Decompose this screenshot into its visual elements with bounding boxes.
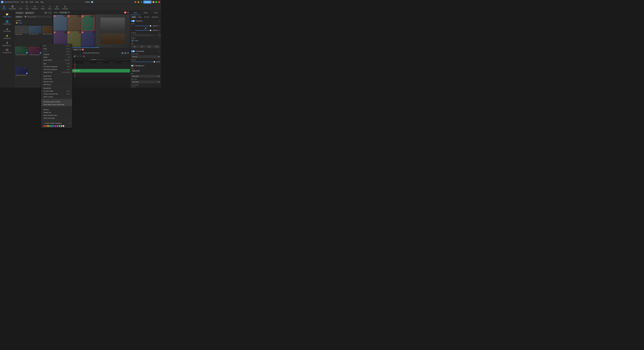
blur-style-select[interactable]: Basic Blur xyxy=(131,75,160,78)
cam-cell-1[interactable]: 1 🔗 ⊡ xyxy=(53,15,67,31)
toolbar-stickers[interactable]: ⊕ Stickers xyxy=(53,5,60,10)
volume-button[interactable]: 🔊 xyxy=(124,52,126,54)
transform-toggle[interactable] xyxy=(131,20,135,22)
toolbar-media[interactable]: ▤ Media xyxy=(1,5,7,10)
sub-tab-mask[interactable]: Mask xyxy=(137,16,142,18)
ctx-ripple-delete[interactable]: Ripple DeleteShift+Del xyxy=(41,58,72,62)
tab-video[interactable]: Video xyxy=(130,11,140,15)
list-item[interactable]: 00:00:15 ✓ 722880_Recording Po... xyxy=(15,67,28,87)
tl-delete[interactable]: 🗑 xyxy=(83,55,86,58)
cam-cell-3[interactable]: 3 🎙 ⊡ xyxy=(81,15,95,31)
cam-cell-2[interactable]: 2 🔗 ⊡ xyxy=(67,15,81,31)
toolbar-filters[interactable]: ⬡ Filters xyxy=(47,5,53,10)
list-item[interactable]: 00:00:10 ✓ 722866_Recording Po... xyxy=(42,26,53,46)
sidebar-item-compound-clip[interactable]: 🎞 Compound Clip xyxy=(0,48,14,54)
filter-button[interactable]: ⚙ xyxy=(44,12,48,14)
scale-lock-button[interactable]: 🔗 xyxy=(144,28,146,29)
tree-item-folder[interactable]: 📂 Folder xyxy=(15,22,52,24)
tab-color[interactable]: Color xyxy=(151,11,161,15)
ctx-effect-filter[interactable]: Effect&Filter› xyxy=(41,87,72,88)
transform-keyframe-icon[interactable]: ◇ xyxy=(159,20,160,22)
media-thumb-722880[interactable]: 00:00:15 ✓ xyxy=(15,67,28,74)
settings-button[interactable]: ⚙ xyxy=(127,52,129,54)
apply-to-all-button[interactable]: Apply to All xyxy=(131,70,140,72)
rotate-keyframe-icon[interactable]: ◇ xyxy=(159,37,160,39)
ctx-delete[interactable]: DeleteDel xyxy=(41,56,72,58)
user-icon[interactable]: 👤 xyxy=(140,1,142,3)
toolbar-effects[interactable]: ✦ Effects xyxy=(40,5,46,10)
scale-y-keyframe[interactable]: ◇ xyxy=(159,30,160,31)
tl-undo[interactable]: ↩ xyxy=(77,55,79,58)
audio-source-select[interactable]: Video 1 xyxy=(72,48,81,51)
preview-screen-icon[interactable]: 🖥 xyxy=(127,11,129,14)
quality-select[interactable]: Full Quality xyxy=(58,11,70,14)
flip-horizontal-btn[interactable]: ⇔ xyxy=(131,45,138,48)
tl-redo[interactable]: ↪ xyxy=(80,55,82,58)
rotate-ccw-btn[interactable]: ↺ xyxy=(153,45,160,48)
ctx-adjust-audio[interactable]: Adjust Audio xyxy=(41,74,72,78)
menu-file[interactable]: File xyxy=(21,1,24,3)
ctx-trim-end[interactable]: Trim End to PlayheadAlt+O xyxy=(41,68,72,71)
export-button[interactable]: Export xyxy=(143,1,152,4)
ctx-copy[interactable]: CopyCtrl+C xyxy=(41,47,72,50)
compositing-keyframe-icon[interactable]: ◇ xyxy=(159,50,160,52)
multicam-clip-1[interactable]: ⊞ Multi-Camera Clip 1 xyxy=(68,69,130,72)
scale-x-slider[interactable] xyxy=(135,26,150,26)
list-item[interactable]: Multi-Camera Clip 1 xyxy=(28,26,42,46)
menu-view[interactable]: View xyxy=(35,1,38,3)
sidebar-item-cloud-media[interactable]: ☁ Cloud Media xyxy=(0,26,14,33)
maximize-button[interactable] xyxy=(155,1,157,3)
media-thumb-722866[interactable]: 00:00:10 ✓ xyxy=(42,26,53,33)
ctx-rotate[interactable]: Rotate 90 CWCtrl+Alt+Right xyxy=(41,71,72,74)
toolbar-audio[interactable]: ♪ Audio xyxy=(18,5,24,10)
scale-y-slider[interactable] xyxy=(135,30,150,30)
ctx-speech-to-text[interactable]: Speech-to-Text xyxy=(41,80,72,83)
toolbar-templates[interactable]: ⊞ Templates xyxy=(61,5,70,10)
sub-tab-basic[interactable]: Basic xyxy=(131,16,137,18)
media-thumb-multicam[interactable] xyxy=(28,26,42,33)
sidebar-item-global-media[interactable]: 🌐 Global Media xyxy=(0,19,14,26)
toolbar-transitions[interactable]: ⧉ Transitions xyxy=(30,5,39,10)
sidebar-item-influence-kit[interactable]: ⚡ Influence Kit xyxy=(0,34,14,40)
cam-cell-6[interactable]: 6 ⊡ xyxy=(81,31,95,47)
sub-tab-animation[interactable]: Animation xyxy=(151,16,159,18)
close-button[interactable] xyxy=(158,1,160,3)
import-button[interactable]: ⬆ Import ▾ xyxy=(15,12,24,14)
search-bar[interactable]: 🔍 xyxy=(24,16,52,18)
rotate-dial[interactable] xyxy=(131,39,134,42)
position-keyframe-icon[interactable]: ◇ xyxy=(159,32,160,34)
record-button[interactable]: ⏺ Record ▾ xyxy=(25,12,34,14)
rotate-90-btn[interactable]: ↻ xyxy=(146,45,153,48)
media-thumb-722869[interactable]: 00:00:17 ✓ xyxy=(28,46,42,54)
more-options-button[interactable]: ⋯ xyxy=(48,12,52,14)
zoom-out[interactable]: − xyxy=(88,58,90,61)
bell-icon[interactable]: 🔔 xyxy=(138,1,139,3)
pos-x-input[interactable]: 0.00 xyxy=(133,34,152,36)
list-item[interactable]: + Import Media xyxy=(15,26,28,46)
tab-audio[interactable]: Audio xyxy=(140,11,151,15)
sidebar-item-adjustment[interactable]: 🎛 Adjustment La... xyxy=(0,41,14,47)
ctx-trim-start[interactable]: Trim Start to PlayheadAlt+I xyxy=(41,65,72,68)
search-input[interactable] xyxy=(27,16,50,18)
ctx-cut[interactable]: CutCtrl+X xyxy=(41,44,72,47)
zoom-in[interactable]: + xyxy=(102,58,104,61)
list-item[interactable]: 00:00:13 ✓ 722868_Recording Po... xyxy=(15,46,28,66)
opacity-slider[interactable] xyxy=(131,62,154,62)
list-item[interactable]: 00:00:17 ✓ 722869_Recording Po... xyxy=(28,46,42,66)
blur-style-select-2[interactable]: Basic Blur xyxy=(131,80,160,83)
notification-icon[interactable]: 🎁 xyxy=(134,1,136,3)
menu-tools[interactable]: Tools xyxy=(30,1,33,3)
background-toggle[interactable] xyxy=(131,65,135,66)
media-thumb-722868[interactable]: 00:00:13 ✓ xyxy=(15,46,28,54)
sub-tab-ai-tools[interactable]: AI Tools xyxy=(143,16,150,18)
menu-edit[interactable]: Edit xyxy=(25,1,28,3)
background-help-icon[interactable]: ℹ xyxy=(144,65,145,66)
default-view-button[interactable]: Default ▾ xyxy=(15,16,23,18)
minimize-button[interactable] xyxy=(152,1,154,3)
compositing-toggle[interactable] xyxy=(131,50,135,52)
ctx-add-reverb[interactable]: Add Reverb xyxy=(41,83,72,86)
blend-mode-select[interactable]: Normal xyxy=(131,55,160,58)
toolbar-titles[interactable]: T Titles xyxy=(24,5,30,10)
toolbar-stock-media[interactable]: 🎬 Stock Media xyxy=(8,5,17,10)
cam-layout-badge[interactable]: ⊞ xyxy=(124,11,126,14)
